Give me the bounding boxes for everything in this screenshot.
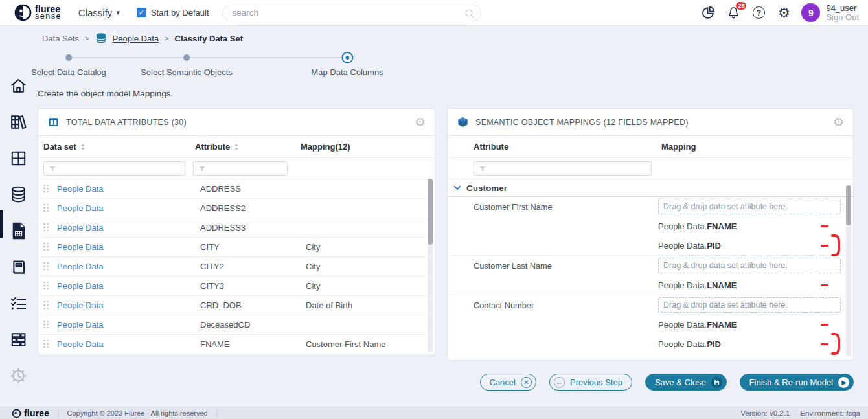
app-menu-classify[interactable]: Classify ▾ [78, 7, 120, 18]
left-sidebar [0, 26, 36, 407]
semantic-attribute-label: Customer First Name [474, 202, 553, 212]
funnel-icon [198, 165, 206, 173]
remove-mapping-icon[interactable] [821, 324, 828, 326]
breadcrumb-data-sets[interactable]: Data Sets [42, 34, 79, 43]
column-header-data-set[interactable]: Data set [43, 142, 195, 152]
remove-mapping-icon[interactable] [821, 225, 828, 227]
attribute-name: ADDRESS3 [200, 223, 306, 232]
drag-handle-icon[interactable] [43, 301, 49, 310]
sort-icon[interactable] [81, 144, 85, 150]
drag-handle-icon[interactable] [43, 204, 49, 213]
field-header-row: Contact Number Drag & drop data set atti… [448, 295, 853, 315]
mapping-attribute: LNAME [707, 280, 737, 290]
start-by-default-label: Start by Default [151, 8, 209, 17]
mapped-value: City [306, 262, 435, 271]
mapping-row: People Data.FNAME [448, 216, 853, 236]
left-panel-scrollbar-thumb[interactable] [428, 179, 433, 245]
dataset-link[interactable]: People Data [57, 300, 200, 310]
breadcrumb-people-data-link[interactable]: People Data [113, 34, 159, 43]
table-columns-icon [47, 116, 60, 128]
sidebar-item-library[interactable] [0, 104, 36, 140]
dataset-link[interactable]: People Data [57, 339, 200, 349]
remove-mapping-icon[interactable] [821, 284, 828, 286]
drag-handle-icon[interactable] [43, 282, 49, 291]
drag-handle-icon[interactable] [43, 340, 49, 349]
left-panel-gear-icon[interactable]: ⚙ [415, 116, 426, 128]
attribute-table-row: People Data CRD_DOB Date of Birth [38, 296, 435, 315]
drag-handle-icon[interactable] [43, 262, 49, 271]
page-instruction: Create the object model Mappings. [38, 89, 173, 98]
mapped-value: City [306, 281, 435, 291]
home-icon [8, 76, 29, 96]
semantic-filter-input[interactable] [474, 162, 651, 175]
search-input[interactable] [223, 5, 481, 21]
right-panel-title: SEMANTIC OBJECT MAPPINGS (12 FIELDS MAPP… [475, 118, 689, 127]
dataset-link[interactable]: People Data [57, 184, 200, 194]
stacked-blocks-icon [8, 330, 29, 350]
attribute-table-row: People Data ADDRESS [38, 179, 435, 199]
settings-gear-icon[interactable]: ⚙ [776, 5, 792, 21]
semantic-filter [474, 161, 652, 176]
right-panel-gear-icon[interactable]: ⚙ [833, 116, 844, 128]
attribute-name: ADDRESS2 [200, 203, 306, 213]
mapped-value: City [306, 242, 435, 252]
customer-group-row[interactable]: Customer [448, 179, 853, 197]
fluree-sense-logo[interactable]: fluree sense [14, 4, 62, 21]
column-header-attribute[interactable]: Attribute [195, 142, 301, 152]
drag-handle-icon[interactable] [43, 321, 49, 330]
mapping-attribute: FNAME [707, 221, 737, 231]
sidebar-item-catalog[interactable] [0, 249, 36, 285]
dataset-link[interactable]: People Data [57, 281, 200, 291]
attribute-name: CITY3 [200, 281, 306, 291]
sign-out-link[interactable]: Sign Out [826, 13, 859, 22]
notifications-bell-icon[interactable]: 25 [725, 5, 741, 21]
dataset-link[interactable]: People Data [57, 262, 200, 271]
sidebar-item-pipelines[interactable] [0, 321, 36, 357]
drag-handle-icon[interactable] [43, 185, 49, 194]
step-dot[interactable] [65, 54, 72, 61]
attribute-table-row: People Data DeceasedCD [38, 315, 435, 335]
attribute-table-row: People Data CITY City [38, 238, 435, 257]
sort-icon[interactable] [234, 144, 238, 150]
help-icon[interactable]: ? [751, 5, 766, 21]
wizard-action-bar: Cancel ✕ ← Previous Step Save & Close Fi… [0, 374, 854, 391]
analytics-pie-icon[interactable] [700, 5, 716, 21]
mapped-value: Customer First Name [306, 339, 435, 349]
dataset-link[interactable]: People Data [57, 242, 200, 252]
dataset-link[interactable]: People Data [57, 203, 200, 213]
remove-mapping-icon[interactable] [821, 245, 828, 247]
sidebar-item-tasks[interactable] [0, 285, 36, 321]
right-panel-scrollbar-thumb[interactable] [846, 185, 851, 225]
drag-handle-icon[interactable] [43, 243, 49, 252]
cancel-button[interactable]: Cancel ✕ [480, 374, 536, 391]
dataset-link[interactable]: People Data [57, 223, 200, 232]
sidebar-item-grid[interactable] [0, 140, 36, 176]
semantic-attribute-label: Customer Last Name [474, 261, 552, 271]
step-dot[interactable] [183, 54, 190, 61]
mapping-row: People Data.PID [448, 334, 853, 354]
column-header-mapping: Mapping(12) [301, 142, 435, 152]
mapping-attribute: FNAME [707, 320, 737, 330]
drop-zone[interactable]: Drag & drop data set attibute here. [658, 297, 841, 313]
dataset-link[interactable]: People Data [57, 320, 200, 330]
step-dot-active[interactable] [341, 52, 353, 63]
fluree-logo-icon [14, 4, 32, 21]
drop-zone[interactable]: Drag & drop data set attibute here. [658, 258, 841, 273]
start-by-default-checkbox[interactable]: ✓ [137, 8, 146, 17]
dataset-filter-input[interactable] [44, 162, 185, 175]
user-avatar[interactable]: 9 [801, 3, 820, 22]
save-and-close-button[interactable]: Save & Close [645, 374, 727, 391]
previous-step-button[interactable]: ← Previous Step [549, 374, 632, 391]
attribute-filter-input[interactable] [194, 162, 287, 175]
drop-zone[interactable]: Drag & drop data set attibute here. [658, 199, 841, 214]
sidebar-item-data-files-active[interactable] [0, 212, 36, 249]
funnel-icon [49, 165, 56, 173]
drag-handle-icon[interactable] [43, 223, 49, 232]
remove-mapping-icon[interactable] [821, 343, 828, 345]
mapping-prefix: People Data. [658, 339, 707, 349]
finish-rerun-model-button[interactable]: Finish & Re-run Model ▶ [740, 374, 854, 391]
sidebar-item-datasets[interactable] [0, 176, 36, 212]
mapping-prefix: People Data. [658, 280, 707, 290]
mapping-prefix: People Data. [658, 221, 707, 231]
search-bar [222, 5, 481, 21]
